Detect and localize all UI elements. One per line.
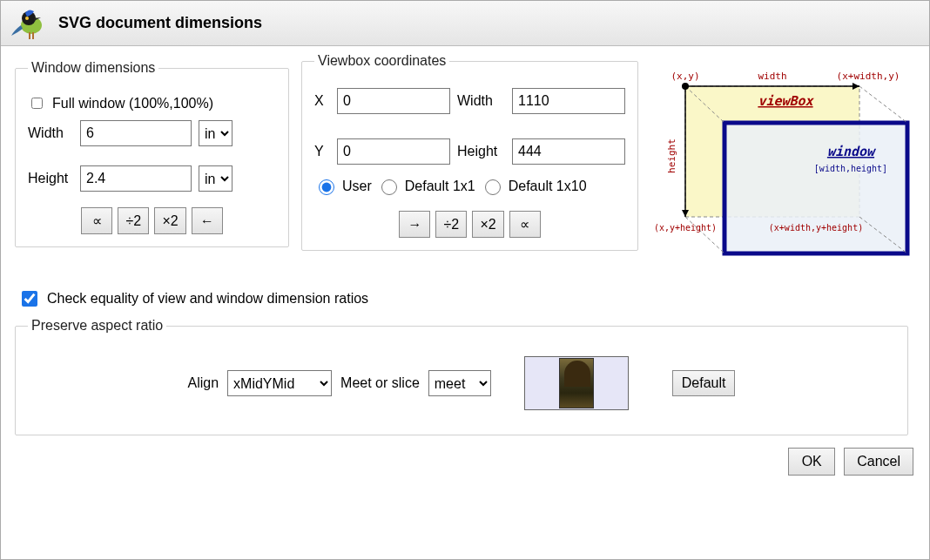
viewbox-y-input[interactable] (337, 138, 450, 165)
svg-text:(x,y+height): (x,y+height) (654, 223, 717, 233)
viewbox-x-label: X (314, 93, 330, 109)
svg-text:[width,height]: [width,height] (814, 164, 887, 173)
cancel-button[interactable]: Cancel (844, 448, 913, 476)
align-label: Align (188, 375, 219, 391)
svg-text:viewBox: viewBox (758, 93, 814, 109)
full-window-label: Full window (100%,100%) (52, 96, 213, 111)
viewbox-default-1x10-label: Default 1x10 (509, 179, 587, 194)
window-height-input[interactable] (80, 165, 192, 192)
window-dimensions-legend: Window dimensions (28, 60, 158, 76)
viewbox-user-radio[interactable] (319, 179, 334, 195)
full-window-checkbox[interactable] (31, 98, 43, 109)
viewbox-default-1x1-radio[interactable] (381, 179, 397, 195)
svg-rect-3 (29, 32, 30, 39)
svg-text:window: window (827, 144, 877, 159)
viewbox-width-label: Width (457, 93, 505, 109)
viewbox-proportional-button[interactable]: ∝ (509, 211, 541, 238)
mona-lisa-icon (559, 358, 594, 408)
viewbox-default-1x10-radio[interactable] (485, 179, 501, 195)
viewbox-width-input[interactable] (512, 88, 625, 114)
window-pull-button[interactable]: ← (192, 207, 223, 234)
window-dimensions-group: Window dimensions Full window (100%,100%… (15, 60, 289, 247)
window-double-button[interactable]: ×2 (154, 207, 185, 234)
titlebar: SVG document dimensions (1, 1, 929, 46)
viewbox-y-label: Y (314, 144, 330, 159)
svg-rect-4 (32, 32, 34, 39)
viewbox-double-button[interactable]: ×2 (472, 211, 503, 238)
svg-text:width: width (758, 71, 786, 82)
viewbox-default-1x1-label: Default 1x1 (405, 179, 475, 194)
meet-slice-select[interactable]: meet (428, 370, 491, 396)
window-proportional-button[interactable]: ∝ (81, 207, 112, 234)
preserve-aspect-ratio-group: Preserve aspect ratio Align xMidYMid Mee… (15, 318, 908, 435)
window-height-unit[interactable]: in (199, 165, 232, 192)
viewbox-height-input[interactable] (512, 138, 625, 165)
window-width-unit[interactable]: in (199, 120, 232, 146)
viewbox-half-button[interactable]: ÷2 (435, 211, 467, 238)
preserve-legend: Preserve aspect ratio (28, 318, 166, 334)
svg-point-15 (682, 83, 689, 90)
viewbox-legend: Viewbox coordinates (314, 53, 449, 69)
viewbox-coordinates-group: Viewbox coordinates X Width Y Height Use… (301, 53, 638, 251)
dialog-title: SVG document dimensions (58, 14, 262, 32)
meet-slice-label: Meet or slice (340, 375, 420, 391)
preserve-default-button[interactable]: Default (672, 370, 736, 396)
window-height-label: Height (28, 171, 73, 186)
viewbox-height-label: Height (457, 144, 505, 159)
svg-text:height: height (666, 138, 677, 173)
viewbox-user-label: User (342, 179, 372, 194)
svg-line-8 (859, 86, 907, 123)
svg-point-2 (25, 17, 29, 20)
check-ratio-label: Check equality of view and window dimens… (47, 291, 368, 307)
svg-text:(x+width,y+height): (x+width,y+height) (769, 223, 863, 233)
viewbox-push-button[interactable]: → (399, 211, 430, 238)
aspect-preview-thumbnail (524, 356, 629, 410)
viewbox-x-input[interactable] (337, 88, 450, 114)
bird-logo-icon (10, 6, 48, 41)
align-select[interactable]: xMidYMid (227, 370, 332, 396)
check-ratio-checkbox[interactable] (22, 291, 37, 307)
svg-dimensions-dialog: SVG document dimensions Window dimension… (0, 0, 930, 560)
svg-text:(x,y): (x,y) (671, 71, 699, 82)
window-half-button[interactable]: ÷2 (118, 207, 149, 234)
window-width-label: Width (28, 125, 73, 141)
window-width-input[interactable] (80, 120, 192, 146)
svg-rect-6 (724, 123, 907, 253)
svg-text:(x+width,y): (x+width,y) (837, 71, 900, 82)
ok-button[interactable]: OK (788, 448, 835, 476)
viewbox-window-diagram: (x,y) width (x+width,y) height viewBox w… (650, 53, 915, 273)
